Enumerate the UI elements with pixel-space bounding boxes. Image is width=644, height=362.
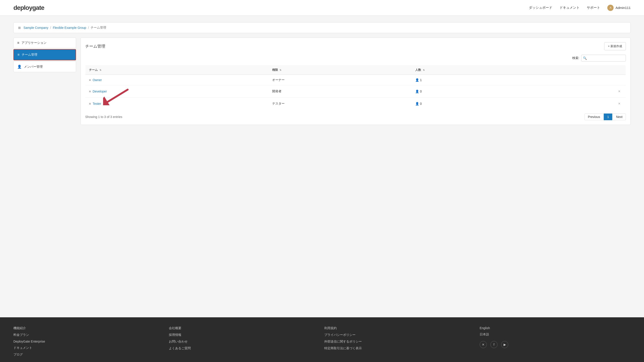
nav-dashboard[interactable]: ダッシュボード xyxy=(529,5,552,10)
sidebar-link-members[interactable]: 👤 メンバー管理 xyxy=(14,61,76,72)
footer-col-2: 会社概要 採用情報 お問い合わせ よくあるご質問 xyxy=(169,326,320,357)
footer-col-4: English 日本語 ✕ f ▶ xyxy=(480,326,630,357)
footer-link-careers[interactable]: 採用情報 xyxy=(169,333,320,337)
sidebar-link-apps[interactable]: ≡ アプリケーション xyxy=(14,38,76,48)
sidebar-link-teams[interactable]: ≡ チーム管理 xyxy=(14,50,76,60)
action-cell-developer: × xyxy=(532,85,626,98)
count-value-tester: 0 xyxy=(420,102,422,105)
count-value-owner: 1 xyxy=(420,78,422,82)
sidebar-label-members: メンバー管理 xyxy=(24,65,43,69)
sidebar-item-teams[interactable]: ≡ チーム管理 xyxy=(14,49,76,60)
footer-link-contact[interactable]: お問い合わせ xyxy=(169,340,320,344)
footer-link-terms[interactable]: 利用規約 xyxy=(324,326,475,330)
footer-link-commercial[interactable]: 特定商取引法に基づく表示 xyxy=(324,346,475,350)
breadcrumb-sep2: / xyxy=(88,26,89,29)
nav-support[interactable]: サポート xyxy=(587,5,600,10)
twitter-icon[interactable]: ✕ xyxy=(480,341,487,348)
org-icon: ⊞ xyxy=(18,26,21,29)
col-role-sort-icon: ⇅ xyxy=(280,69,281,71)
main-panel: チーム管理 + 新規作成 検索: 🔍 xyxy=(80,37,630,125)
footer-link-external[interactable]: 外部送信に関するポリシー xyxy=(324,340,475,344)
list-icon: ≡ xyxy=(89,102,91,105)
header: deploygate ダッシュボード ドキュメント サポート A Admin11… xyxy=(0,0,644,16)
team-link-tester[interactable]: ≡ Tester xyxy=(89,102,265,105)
search-input[interactable] xyxy=(581,55,626,61)
footer-link-faq[interactable]: よくあるご質問 xyxy=(169,346,320,350)
col-team-sort-icon: ⇅ xyxy=(100,69,101,71)
col-count-sort-icon: ⇅ xyxy=(423,69,425,71)
footer-link-enterprise[interactable]: DeployGate Enterprise xyxy=(14,340,164,343)
table-container: チーム ⇅ 権限 ⇅ 人数 ⇅ xyxy=(85,65,626,110)
avatar: A xyxy=(607,5,614,11)
table-row: ≡ Tester テスター 👤 0 xyxy=(86,98,626,110)
col-team[interactable]: チーム ⇅ xyxy=(86,65,268,75)
table-body: ≡ Owner オーナー 👤 1 xyxy=(86,75,626,110)
list-icon: ≡ xyxy=(89,78,91,82)
pagination-area: Showing 1 to 3 of 3 entries Previous 1 N… xyxy=(85,113,626,120)
member-count: 👤 0 xyxy=(415,102,528,105)
teams-icon: ≡ xyxy=(18,53,20,57)
footer-link-privacy[interactable]: プライバシーポリシー xyxy=(324,333,475,337)
breadcrumb-org[interactable]: Sample Company xyxy=(24,26,48,29)
footer-link-about[interactable]: 会社概要 xyxy=(169,326,320,330)
page-1-button[interactable]: 1 xyxy=(604,113,612,120)
breadcrumb-current: チーム管理 xyxy=(90,26,106,30)
footer: 機能紹介 料金プラン DeployGate Enterprise ドキュメント … xyxy=(0,317,644,362)
members-icon: 👤 xyxy=(17,64,22,69)
sidebar: ≡ アプリケーション ≡ チーム管理 👤 メンバー管理 xyxy=(14,37,76,125)
footer-link-blog[interactable]: ブログ xyxy=(14,353,164,357)
search-icon: 🔍 xyxy=(583,56,587,60)
team-name-developer: Developer xyxy=(92,90,107,93)
sidebar-item-apps[interactable]: ≡ アプリケーション xyxy=(14,37,76,48)
breadcrumb: ⊞ Sample Company / Flexible Example Grou… xyxy=(14,22,630,33)
team-link-owner[interactable]: ≡ Owner xyxy=(89,78,265,82)
pagination-controls: Previous 1 Next xyxy=(584,113,626,120)
delete-developer-button[interactable]: × xyxy=(616,88,622,94)
list-icon: ≡ xyxy=(89,90,91,93)
footer-link-english[interactable]: English xyxy=(480,326,630,330)
sidebar-item-members[interactable]: 👤 メンバー管理 xyxy=(14,61,76,72)
new-team-button[interactable]: + 新規作成 xyxy=(604,42,626,50)
col-count[interactable]: 人数 ⇅ xyxy=(412,65,532,75)
prev-button[interactable]: Previous xyxy=(584,113,603,120)
team-role-developer: 開発者 xyxy=(268,85,412,98)
footer-col-1: 機能紹介 料金プラン DeployGate Enterprise ドキュメント … xyxy=(14,326,164,357)
team-count-tester: 👤 0 xyxy=(412,98,532,110)
search-input-wrapper: 🔍 xyxy=(581,55,626,61)
apps-icon: ≡ xyxy=(17,41,19,45)
team-link-developer[interactable]: ≡ Developer xyxy=(89,90,265,93)
sidebar-label-apps: アプリケーション xyxy=(22,41,46,45)
content-area: ≡ アプリケーション ≡ チーム管理 👤 メンバー管理 チーム管理 xyxy=(14,37,630,125)
nav-docs[interactable]: ドキュメント xyxy=(560,5,580,10)
team-role-tester: テスター xyxy=(268,98,412,110)
col-role[interactable]: 権限 ⇅ xyxy=(268,65,412,75)
action-cell-owner xyxy=(532,75,626,85)
youtube-icon[interactable]: ▶ xyxy=(501,341,508,348)
team-name-cell: ≡ Tester xyxy=(86,98,268,110)
logo-text: deploy xyxy=(14,4,32,11)
footer-link-japanese[interactable]: 日本語 xyxy=(480,333,630,337)
team-count-developer: 👤 0 xyxy=(412,85,532,98)
breadcrumb-group[interactable]: Flexible Example Group xyxy=(53,26,86,29)
col-team-label: チーム xyxy=(89,68,98,71)
panel-header: チーム管理 + 新規作成 xyxy=(85,42,626,50)
search-area: 検索: 🔍 xyxy=(85,55,626,61)
footer-link-features[interactable]: 機能紹介 xyxy=(14,326,164,330)
table-head: チーム ⇅ 権限 ⇅ 人数 ⇅ xyxy=(86,65,626,75)
sidebar-label-teams: チーム管理 xyxy=(22,53,37,57)
member-icon: 👤 xyxy=(415,78,419,82)
member-count: 👤 1 xyxy=(415,78,528,82)
team-count-owner: 👤 1 xyxy=(412,75,532,85)
action-cell-tester: × xyxy=(532,98,626,110)
footer-link-pricing[interactable]: 料金プラン xyxy=(14,333,164,337)
delete-tester-button[interactable]: × xyxy=(616,101,622,107)
facebook-icon[interactable]: f xyxy=(490,341,498,348)
teams-table: チーム ⇅ 権限 ⇅ 人数 ⇅ xyxy=(85,65,626,110)
next-button[interactable]: Next xyxy=(613,113,626,120)
footer-social: ✕ f ▶ xyxy=(480,341,630,348)
col-actions xyxy=(532,65,626,75)
logo: deploygate xyxy=(14,4,44,11)
footer-link-docs[interactable]: ドキュメント xyxy=(14,346,164,350)
team-name-tester: Tester xyxy=(92,102,101,105)
team-name-cell: ≡ Owner xyxy=(86,75,268,85)
